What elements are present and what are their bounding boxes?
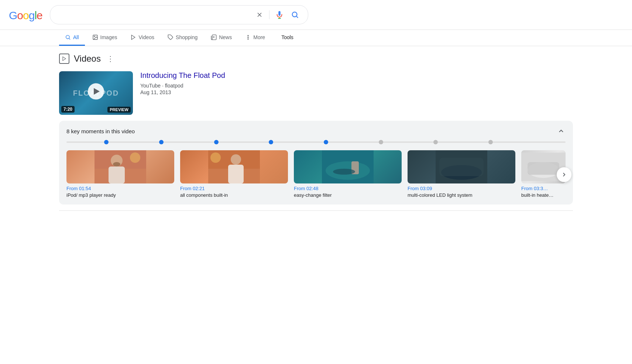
play-button[interactable] [88,83,104,100]
section-more-options-button[interactable]: ⋮ [107,54,114,63]
svg-rect-35 [439,158,484,176]
videos-section-header: Videos ⋮ [59,54,573,64]
svg-point-14 [248,35,248,36]
svg-line-7 [69,38,70,40]
moment-time-5: From 03:3… [521,186,566,191]
moment-thumb-2 [180,150,288,183]
tab-tools[interactable]: Tools [275,30,299,46]
voice-search-button[interactable] [274,9,285,20]
logo-letter-g: G [9,9,17,21]
key-moments-header: 8 key moments in this video [66,127,566,135]
moment-thumb-4 [408,150,515,183]
shopping-nav-icon [168,34,174,40]
key-moments-section: 8 key moments in this video [59,121,573,205]
video-duration: 7:20 [61,106,75,113]
svg-rect-28 [228,165,244,183]
google-logo[interactable]: Google [9,7,42,23]
tab-more[interactable]: More [239,30,271,46]
moment-label-4: multi-colored LED light system [408,192,515,199]
news-nav-icon [211,34,217,40]
svg-point-27 [231,154,241,165]
moment-label-3: easy-change filter [294,192,402,199]
logo-letter-e: e [37,9,42,21]
moment-time-4: From 03:09 [408,186,515,191]
close-icon [256,11,263,18]
preview-badge: PREVIEW [107,107,131,113]
tab-videos[interactable]: Videos [124,30,160,46]
next-arrow-button[interactable] [557,167,571,182]
moment-thumb-image-2 [180,150,288,183]
content-divider [59,210,573,211]
tab-news[interactable]: News [205,30,238,46]
search-icon [291,11,299,19]
moment-label-5: built-in heate… [521,192,566,199]
tab-all[interactable]: All [59,30,85,46]
timeline-dot-4 [269,140,273,144]
moment-label-2: all components built-in [180,192,288,199]
chevron-up-icon [557,127,565,135]
moments-container: From 01:54 iPod/ mp3 player ready [66,150,566,199]
video-title-link[interactable]: Introducing The Float Pod [140,71,573,80]
search-input[interactable]: what is float pod therapy [58,11,251,19]
moment-time-3: From 02:48 [294,186,402,191]
moment-item-4[interactable]: From 03:09 multi-colored LED light syste… [408,150,515,199]
tab-images-label: Images [100,34,117,40]
tab-shopping-label: Shopping [176,34,198,40]
timeline-dot-6 [379,140,383,144]
clear-button[interactable] [254,10,265,20]
logo-letter-o1: o [17,9,23,21]
search-nav-icon [65,34,71,40]
timeline [66,140,566,144]
moment-time-2: From 02:21 [180,186,288,191]
videos-section-icon [59,54,69,64]
microphone-icon [275,11,284,19]
timeline-dot-3 [214,140,219,144]
tab-all-label: All [73,34,79,40]
video-thumbnail[interactable]: FLOATPOD 7:20 PREVIEW [59,71,133,115]
timeline-dot-5 [324,140,328,144]
tab-more-label: More [253,34,265,40]
video-platform: YouTube [140,83,161,89]
svg-point-23 [113,162,120,166]
svg-point-16 [248,39,248,40]
timeline-dot-1 [104,140,109,144]
images-nav-icon [92,34,98,40]
timeline-dot-8 [488,140,493,144]
svg-marker-17 [63,57,66,61]
moment-thumb-image-1 [66,150,174,183]
svg-point-26 [210,152,221,163]
tab-videos-label: Videos [138,34,154,40]
moment-time-1: From 01:54 [66,186,174,191]
play-triangle-icon [94,88,100,95]
chevron-right-icon [561,171,567,178]
timeline-dot-2 [159,140,164,144]
moment-thumb-image-3 [294,150,402,183]
main-content: Videos ⋮ FLOATPOD 7:20 PREVIEW Introduci… [0,46,632,224]
svg-point-4 [292,12,297,17]
search-bar: what is float pod therapy [50,5,308,24]
search-bar-icons [254,9,300,20]
play-icon [62,56,67,61]
tab-shopping[interactable]: Shopping [162,30,203,46]
moment-item-3[interactable]: From 02:48 easy-change filter [294,150,402,199]
moment-thumb-1 [66,150,174,183]
video-channel: floatpod [165,83,183,89]
moment-label-1: iPod/ mp3 player ready [66,192,174,199]
tab-images[interactable]: Images [86,30,123,46]
header: Google what is float pod therapy [0,0,632,30]
svg-rect-38 [528,162,559,175]
moment-item-2[interactable]: From 02:21 all components built-in [180,150,288,199]
video-date: Aug 11, 2013 [140,89,573,95]
moment-item-1[interactable]: From 01:54 iPod/ mp3 player ready [66,150,174,199]
nav-tabs: All Images Videos Shopping News [0,30,632,46]
video-info: Introducing The Float Pod YouTube · floa… [140,71,573,115]
svg-point-32 [333,169,355,175]
videos-section-title: Videos [74,54,101,64]
svg-line-5 [296,16,298,18]
search-button[interactable] [289,9,300,20]
svg-point-9 [94,36,95,37]
video-nav-icon [130,34,136,40]
video-source-dot: · [162,83,165,89]
collapse-button[interactable] [557,127,566,135]
logo-letter-o2: o [23,9,29,21]
